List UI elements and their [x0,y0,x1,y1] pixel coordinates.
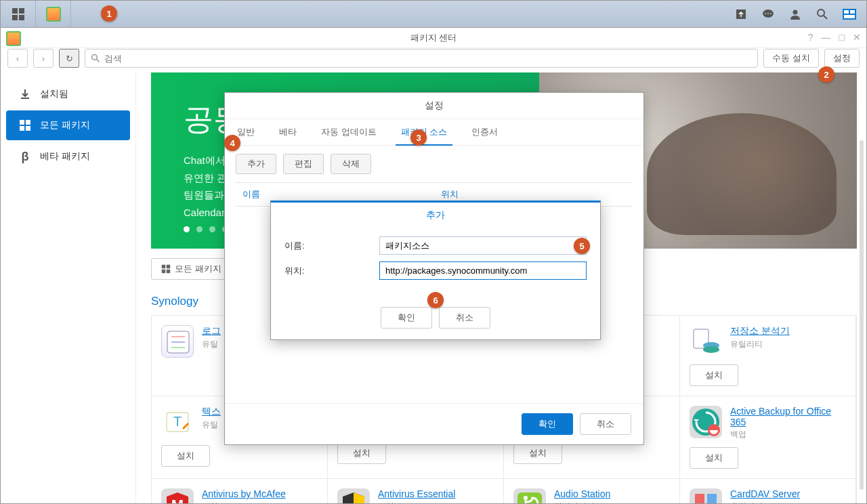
svg-rect-15 [20,120,24,125]
svg-point-5 [793,9,798,14]
search-input[interactable] [100,54,752,64]
svg-line-13 [97,60,100,62]
window-maximize-icon[interactable]: □ [839,32,845,43]
settings-cancel-button[interactable]: 취소 [580,413,631,435]
taskbar-apps-button[interactable] [1,1,36,28]
package-card[interactable]: Audio Station멀티미디어 [504,479,680,503]
sidebar-item-beta[interactable]: β 베타 패키지 [6,142,130,171]
svg-point-36 [524,496,528,500]
filter-all-packages[interactable]: 모든 패키지 [151,258,232,280]
install-button[interactable]: 설치 [690,447,738,469]
add-source-modal: 추가 이름: 위치: 확인 취소 [270,201,601,340]
toolbar: ‹ › ↻ 수동 설치 설정 [1,48,866,72]
name-input[interactable] [379,236,587,255]
callout-4: 4 [224,135,240,151]
sidebar-item-installed[interactable]: 설치됨 [6,79,130,109]
download-icon [18,87,32,101]
settings-tabs: 일반 베타 자동 업데이트 패키지 소스 인증서 [225,119,643,146]
search-icon [91,54,100,63]
svg-rect-17 [20,126,24,131]
name-label: 이름: [284,240,379,252]
window-minimize-icon[interactable]: — [822,32,831,43]
window-title: 패키지 센터 [410,32,457,44]
system-taskbar [1,1,866,28]
install-button[interactable]: 설치 [337,442,386,464]
location-input[interactable] [379,261,587,280]
install-button[interactable]: 설치 [690,364,738,386]
svg-rect-16 [26,120,30,125]
sidebar-item-all-packages[interactable]: 모든 패키지 [6,110,130,140]
nav-forward-button[interactable]: › [33,49,54,68]
install-button[interactable]: 설치 [513,442,562,464]
delete-source-button[interactable]: 삭제 [331,154,371,174]
svg-point-12 [92,55,98,60]
svg-point-2 [765,13,766,14]
add-cancel-button[interactable]: 취소 [439,307,490,329]
tab-auto-update[interactable]: 자동 업데이트 [309,119,389,145]
package-icon [690,406,722,438]
callout-5: 5 [574,238,590,254]
package-icon [690,325,722,358]
callout-1: 1 [101,5,117,22]
svg-point-6 [818,9,824,16]
svg-rect-38 [707,494,717,503]
banner-pagination[interactable] [184,226,228,232]
tab-beta[interactable]: 베타 [267,119,309,145]
scrollbar[interactable] [860,140,864,490]
tab-certificate[interactable]: 인증서 [459,119,510,145]
edit-source-button[interactable]: 편집 [283,154,324,174]
chat-icon[interactable] [761,7,776,22]
add-modal-title: 추가 [271,203,600,228]
svg-text:M: M [171,497,184,503]
package-icon [690,488,722,503]
add-ok-button[interactable]: 확인 [381,307,432,329]
refresh-button[interactable]: ↻ [59,49,79,68]
window-close-icon[interactable]: ✕ [853,32,861,43]
search-icon[interactable] [815,7,830,22]
sidebar-item-label: 설치됨 [40,88,68,100]
svg-line-7 [824,16,827,19]
svg-rect-9 [844,10,849,14]
manual-install-button[interactable]: 수동 설치 [763,49,819,68]
sidebar-item-label: 모든 패키지 [40,119,90,131]
package-icon [513,488,546,503]
package-card[interactable]: Antivirus Essential보안 [328,479,504,503]
window-app-icon [6,31,21,46]
widgets-icon[interactable] [842,7,857,22]
package-icon: M [161,488,194,503]
svg-rect-11 [844,15,855,18]
taskbar-package-center-button[interactable] [36,1,71,28]
callout-2: 2 [818,66,834,83]
package-icon: T [161,406,194,438]
grid-icon [18,119,32,132]
sidebar-item-label: 베타 패키지 [40,150,90,163]
svg-rect-37 [695,494,704,503]
svg-rect-21 [162,270,165,273]
settings-modal-title: 설정 [225,93,643,119]
package-icon [337,488,370,503]
upload-icon[interactable] [734,7,748,22]
install-button[interactable]: 설치 [161,445,210,467]
svg-point-4 [770,13,771,14]
svg-rect-19 [162,265,165,268]
svg-rect-20 [167,265,170,268]
beta-icon: β [18,150,32,163]
sidebar: 설치됨 모든 패키지 β 베타 패키지 [1,72,136,503]
window-help-icon[interactable]: ? [808,32,813,43]
package-card[interactable]: 저장소 분석기유틸리티 설치 [680,316,856,396]
settings-ok-button[interactable]: 확인 [522,413,573,435]
package-card[interactable]: Active Backup for Office 365백업 설치 [680,396,856,479]
nav-back-button[interactable]: ‹ [7,49,28,68]
package-icon [161,325,194,358]
grid-icon [161,264,171,274]
package-card[interactable]: M Antivirus by McAfee보안 [152,479,328,503]
settings-button[interactable]: 설정 [824,49,860,68]
package-card[interactable]: CardDAV Server유틸리티 [680,479,856,503]
svg-text:T: T [173,414,182,429]
add-source-button[interactable]: 추가 [236,154,276,174]
apps-grid-icon [12,8,24,20]
search-box[interactable] [85,49,758,68]
location-label: 위치: [284,265,379,277]
user-icon[interactable] [788,7,803,22]
svg-point-3 [767,13,769,14]
